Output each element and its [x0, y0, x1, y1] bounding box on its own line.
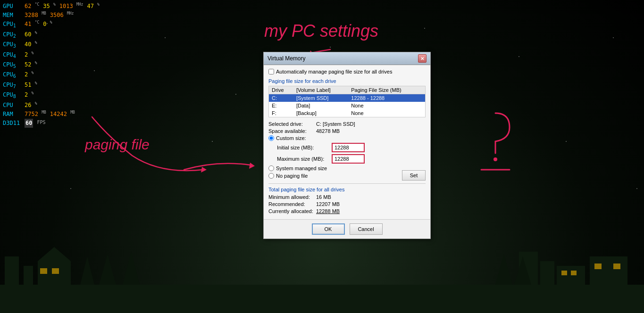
maximum-size-label: Maximum size (MB): — [277, 156, 329, 162]
currently-allocated-label: Currently allocated: — [268, 208, 313, 214]
hw-label-cpu6: CPU6 — [3, 70, 21, 80]
hw-label-mem: MEM — [3, 11, 21, 20]
hw-cpu8-load: 2 % — [25, 91, 33, 100]
hw-gpu-clock: 1013 MHz — [59, 2, 84, 11]
hw-ram-used: 7752 MB — [25, 110, 46, 119]
drive-row-e[interactable]: E: [Data] None — [269, 102, 426, 109]
hw-label-d3d11: D3D11 — [3, 119, 21, 128]
dialog-close-button[interactable]: ✕ — [418, 54, 427, 63]
drive-f-size: None — [348, 109, 425, 117]
minimum-allowed-row: Minimum allowed: 16 MB — [268, 194, 426, 200]
drive-c-label: [System SSD] — [293, 94, 348, 102]
initial-size-row: Initial size (MB): — [268, 143, 426, 152]
initial-size-input[interactable] — [332, 143, 365, 152]
hw-cpu1-temp: 41 °C — [25, 20, 39, 30]
hw-cpu6-load: 2 % — [25, 70, 33, 80]
ok-button[interactable]: OK — [312, 223, 345, 235]
dialog-titlebar: Virtual Memory ✕ — [264, 52, 430, 65]
recommended-row: Recommended: 12207 MB — [268, 201, 426, 207]
space-available-row: Space available: 48278 MB — [268, 128, 426, 134]
drive-c-letter: C: — [269, 94, 293, 102]
drive-row-f[interactable]: F: [Backup] None — [269, 109, 426, 117]
set-button[interactable]: Set — [402, 170, 426, 181]
col-volume: [Volume Label] — [293, 86, 348, 94]
hw-row-cpu7: CPU7 51 % — [3, 81, 100, 91]
space-available-value: 48278 MB — [316, 128, 340, 134]
hw-d3d11-fps: 60 — [25, 119, 33, 128]
hw-label-ram: RAM — [3, 110, 21, 119]
hw-row-cpu2: CPU2 60 % — [3, 30, 100, 40]
hw-row-cpu8: CPU8 2 % — [3, 91, 100, 100]
no-paging-radio[interactable] — [268, 173, 274, 179]
total-section-title: Total paging file size for all drives — [268, 187, 426, 192]
hw-row-gpu: GPU 62 °C 35 % 1013 MHz 47 % — [3, 2, 100, 11]
currently-allocated-row: Currently allocated: 12288 MB — [268, 208, 426, 214]
hw-label-cpu5: CPU5 — [3, 60, 21, 70]
recommended-value: 12207 MB — [316, 201, 340, 207]
hw-row-cpu-total: CPU 26 % — [3, 101, 100, 110]
dialog-buttons: OK Cancel — [264, 219, 430, 239]
minimum-allowed-label: Minimum allowed: — [268, 194, 313, 200]
dialog-title: Virtual Memory — [268, 55, 305, 62]
system-managed-radio-row: System managed size — [268, 165, 327, 171]
hw-label-cpu7: CPU7 — [3, 81, 21, 91]
space-available-label: Space available: — [268, 128, 313, 134]
paging-section-header: Paging file size for each drive — [268, 78, 426, 84]
system-managed-radio[interactable] — [268, 165, 274, 171]
hw-cpu3-load: 40 % — [25, 40, 37, 50]
drives-table: Drive [Volume Label] Paging File Size (M… — [268, 86, 426, 117]
recommended-label: Recommended: — [268, 201, 313, 207]
initial-size-label: Initial size (MB): — [277, 145, 329, 150]
total-section: Total paging file size for all drives Mi… — [268, 187, 426, 214]
hw-cpu2-load: 60 % — [25, 30, 37, 40]
hw-gpu-temp: 62 °C — [25, 2, 39, 11]
selected-drive-row: Selected drive: C: [System SSD] — [268, 121, 426, 127]
cancel-button[interactable]: Cancel — [350, 223, 383, 235]
hw-mem-used: 3288 MB — [25, 11, 46, 20]
divider — [268, 183, 426, 184]
custom-size-label: Custom size: — [276, 135, 306, 141]
drive-e-size: None — [348, 102, 425, 109]
virtual-memory-dialog: Virtual Memory ✕ Automatically manage pa… — [263, 52, 431, 239]
hw-monitor: GPU 62 °C 35 % 1013 MHz 47 % MEM 3288 MB… — [0, 0, 102, 130]
hw-gpu-load: 35 % — [43, 2, 56, 11]
hw-gpu-extra: 47 % — [87, 2, 100, 11]
hw-row-cpu6: CPU6 2 % — [3, 70, 100, 80]
hw-row-d3d11: D3D11 60 FPS — [3, 119, 100, 128]
auto-manage-checkbox[interactable] — [268, 69, 274, 74]
currently-allocated-value: 12288 MB — [316, 208, 340, 214]
auto-manage-row: Automatically manage paging file size fo… — [268, 69, 426, 74]
col-drive: Drive — [269, 86, 293, 94]
hw-label-cpu1: CPU1 — [3, 20, 21, 30]
drive-c-size: 12288 - 12288 — [348, 94, 425, 102]
hw-row-cpu4: CPU4 2 % — [3, 50, 100, 60]
hw-cpu-total-load: 26 % — [25, 101, 37, 110]
selected-drive-label: Selected drive: — [268, 121, 313, 127]
hw-row-cpu5: CPU5 52 % — [3, 60, 100, 70]
hw-row-ram: RAM 7752 MB 14242 MB — [3, 110, 100, 119]
hw-label-cpu: CPU — [3, 101, 21, 110]
custom-size-radio[interactable] — [268, 135, 274, 141]
col-size: Paging File Size (MB) — [348, 86, 425, 94]
hw-mem-clock: 3506 MHz — [50, 11, 74, 20]
maximum-size-row: Maximum size (MB): — [268, 154, 426, 164]
drive-row-c[interactable]: C: [System SSD] 12288 - 12288 — [269, 94, 426, 102]
minimum-allowed-value: 16 MB — [316, 194, 331, 200]
hw-label-gpu: GPU — [3, 2, 21, 11]
hw-cpu5-load: 52 % — [25, 60, 37, 70]
system-managed-label: System managed size — [276, 165, 327, 171]
hw-cpu7-load: 51 % — [25, 81, 37, 91]
hw-ram-total: 14242 MB — [50, 110, 75, 119]
selected-drive-value: C: [System SSD] — [316, 121, 355, 127]
auto-manage-label: Automatically manage paging file size fo… — [276, 69, 392, 74]
hw-row-cpu1: CPU1 41 °C 0 % — [3, 20, 100, 30]
drive-e-label: [Data] — [293, 102, 348, 109]
maximum-size-input[interactable] — [332, 154, 365, 164]
custom-size-radio-row: Custom size: — [268, 135, 426, 141]
drive-e-letter: E: — [269, 102, 293, 109]
no-paging-label: No paging file — [276, 173, 308, 179]
hw-row-mem: MEM 3288 MB 3506 MHz — [3, 11, 100, 20]
hw-label-cpu2: CPU2 — [3, 30, 21, 40]
hw-row-cpu3: CPU3 40 % — [3, 40, 100, 50]
drive-f-letter: F: — [269, 109, 293, 117]
